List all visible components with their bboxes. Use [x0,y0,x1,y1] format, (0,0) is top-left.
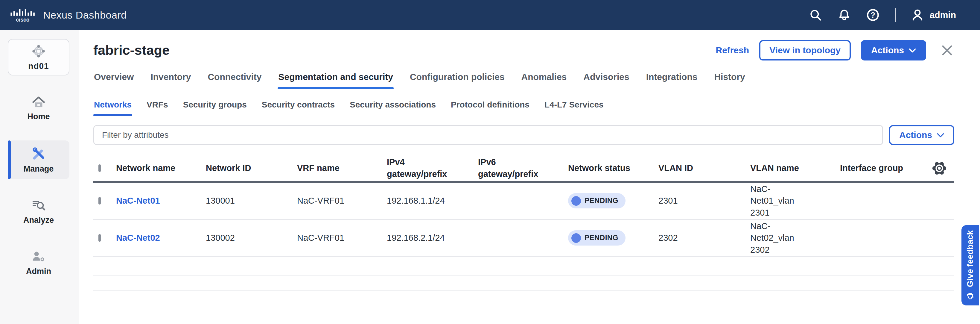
page-tabs: OverviewInventoryConnectivitySegmentatio… [93,72,954,89]
col-ipv6[interactable]: IPv6 gateway/prefix [478,156,543,180]
analyze-search-icon [31,199,46,212]
search-icon[interactable] [808,8,822,22]
filter-input[interactable] [93,125,883,145]
col-interface-group[interactable]: Interface group [840,162,928,174]
give-feedback-button[interactable]: Give feedback [961,225,979,305]
tab[interactable]: Integrations [646,72,698,89]
col-vlan-name[interactable]: VLAN name [750,162,840,174]
subtab[interactable]: Protocol definitions [450,100,530,116]
col-network-id[interactable]: Network ID [206,162,297,174]
sidebar-item-admin[interactable]: Admin [8,244,69,281]
vlan-id-cell: 2302 [659,232,750,244]
username: admin [930,10,956,20]
network-name-link[interactable]: NaC-Net02 [116,233,160,243]
tab[interactable]: Anomalies [521,72,568,89]
network-status-cell: PENDING [568,230,659,246]
page-title: fabric-stage [93,43,170,58]
tab[interactable]: Segmentation and security [278,72,393,89]
manage-tools-icon [31,147,46,161]
subtab[interactable]: Security associations [349,100,436,116]
status-badge: PENDING [568,193,625,208]
subtab[interactable]: Networks [93,100,132,116]
status-badge: PENDING [568,230,625,245]
vrf-name-cell: NaC-VRF01 [297,232,387,244]
status-dot-icon [571,233,581,243]
network-id-cell: 130002 [206,232,297,244]
sidebar-item-home[interactable]: Home [8,89,69,127]
network-status-cell: PENDING [568,193,659,208]
megaphone-icon [966,291,975,300]
cluster-selector[interactable]: nd01 [8,39,69,75]
table-row: NaC-Net01 130001 NaC-VRF01 192.168.1.1/2… [93,183,954,220]
subtab[interactable]: Security groups [183,100,247,116]
refresh-button[interactable]: Refresh [716,45,749,56]
col-vlan-id[interactable]: VLAN ID [659,162,750,174]
top-header: cisco Nexus Dashboard ? [0,0,980,30]
subtab[interactable]: Security contracts [261,100,335,116]
close-icon [940,43,954,57]
chevron-down-icon [909,48,916,53]
sidebar-item-label: Admin [26,267,51,276]
subtab[interactable]: L4-L7 Services [544,100,604,116]
tab[interactable]: Advisories [583,72,630,89]
admin-user-gear-icon [31,250,46,264]
sidebar: nd01 Home Manage Analyze [0,30,79,324]
home-icon [31,95,46,109]
row-checkbox[interactable] [99,197,101,204]
brand: cisco Nexus Dashboard [10,7,127,23]
vlan-id-cell: 2301 [659,195,750,207]
col-network-status[interactable]: Network status [568,162,659,174]
network-id-cell: 130001 [206,195,297,207]
sidebar-item-analyze[interactable]: Analyze [8,193,69,230]
tab[interactable]: Configuration policies [409,72,505,89]
select-all-checkbox[interactable] [99,164,101,172]
network-name-link[interactable]: NaC-Net01 [116,196,160,206]
vrf-name-cell: NaC-VRF01 [297,195,387,207]
tab[interactable]: History [713,72,746,89]
vlan-name-cell: NaC-Net01_vlan2301 [750,183,814,218]
networks-table: Network name Network ID VRF name IPv4 ga… [93,155,954,291]
empty-table-row [93,276,954,291]
table-settings-gear-icon[interactable] [928,161,950,175]
page-actions-button[interactable]: Actions [861,40,926,61]
ipv4-cell: 192.168.1.1/24 [387,195,478,207]
feedback-label: Give feedback [965,230,975,287]
sidebar-item-manage[interactable]: Manage [8,140,69,179]
view-in-topology-button[interactable]: View in topology [759,40,851,61]
cluster-label: nd01 [28,61,49,71]
tab[interactable]: Connectivity [207,72,262,89]
subtab[interactable]: VRFs [146,100,169,116]
cluster-globe-icon [31,43,46,59]
sidebar-item-label: Analyze [23,215,54,225]
notifications-bell-icon[interactable] [837,8,851,22]
ipv4-cell: 192.168.2.1/24 [387,232,478,244]
table-row: NaC-Net02 130002 NaC-VRF01 192.168.2.1/2… [93,220,954,257]
vlan-name-cell: NaC-Net02_vlan2302 [750,220,814,255]
svg-text:cisco: cisco [16,17,29,23]
close-button[interactable] [940,43,954,57]
cisco-logo: cisco [10,7,35,23]
svg-text:?: ? [870,11,875,19]
status-dot-icon [571,196,581,206]
user-menu[interactable]: admin [911,8,956,22]
col-vrf-name[interactable]: VRF name [297,162,387,174]
user-icon [911,8,924,22]
table-actions-button[interactable]: Actions [889,125,954,145]
sidebar-item-label: Home [27,112,50,121]
col-ipv4[interactable]: IPv4 gateway/prefix [387,156,452,180]
chevron-down-icon [937,132,944,137]
tab[interactable]: Overview [93,72,134,89]
section-subtabs: NetworksVRFsSecurity groupsSecurity cont… [93,100,954,116]
empty-table-row [93,257,954,276]
help-icon[interactable]: ? [866,8,880,22]
table-body: NaC-Net01 130001 NaC-VRF01 192.168.1.1/2… [93,183,954,257]
table-header-row: Network name Network ID VRF name IPv4 ga… [93,155,954,183]
main-panel: fabric-stage Refresh View in topology Ac… [79,30,980,324]
tab[interactable]: Inventory [150,72,191,89]
sidebar-item-label: Manage [24,164,54,174]
row-checkbox[interactable] [99,234,101,242]
col-network-name[interactable]: Network name [116,162,206,174]
product-name: Nexus Dashboard [43,9,127,21]
header-divider [895,8,896,22]
